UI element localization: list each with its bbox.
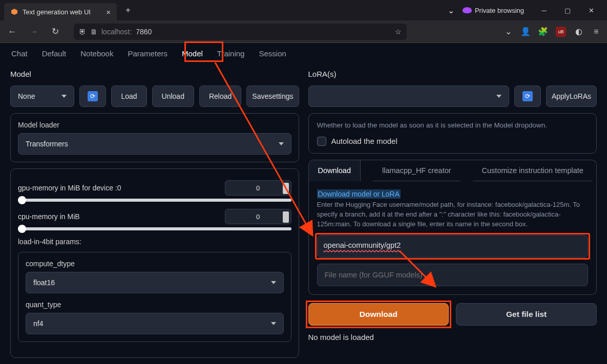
ublock-icon[interactable]: uB: [556, 27, 566, 37]
status-message: No model is loaded: [308, 333, 597, 341]
model-loader-panel: Model loader Transformers: [10, 113, 299, 162]
autoload-checkbox[interactable]: [317, 137, 326, 146]
tab-parameters[interactable]: Parameters: [128, 45, 168, 62]
close-window-button[interactable]: ✕: [579, 0, 603, 20]
subtab-download[interactable]: Download: [309, 160, 361, 181]
fourbit-panel: compute_dtype float16 quant_type nf4: [18, 252, 291, 342]
svg-marker-0: [11, 9, 17, 15]
model-label: Model: [10, 70, 299, 78]
download-panel: Download model or LoRA Enter the Hugging…: [308, 181, 597, 295]
gpu-memory-label: gpu-memory in MiB for device :0: [18, 184, 121, 192]
address-bar[interactable]: ⛨ 🗎 localhost:7860 ☆: [74, 24, 407, 40]
download-title: Download model or LoRA: [317, 189, 401, 199]
mask-icon: [463, 7, 472, 13]
subtab-llamacpp[interactable]: llamacpp_HF creator: [373, 160, 461, 181]
account-icon[interactable]: 👤: [521, 27, 530, 36]
extension-icon[interactable]: ◐: [574, 27, 583, 36]
model-path-input[interactable]: openai-community/gpt2: [317, 235, 589, 258]
save-settings-button[interactable]: Savesettings: [246, 85, 299, 107]
model-loader-dropdown[interactable]: Transformers: [18, 133, 291, 155]
fourbit-label: load-in-4bit params:: [18, 238, 291, 246]
site-info-icon: 🗎: [90, 28, 97, 36]
tab-favicon: [10, 8, 18, 16]
autoload-panel: Whether to load the model as soon as it …: [308, 113, 597, 154]
private-browsing-badge: Private browsing: [463, 7, 524, 14]
get-file-list-button[interactable]: Get file list: [456, 303, 597, 326]
bookmark-star-icon[interactable]: ☆: [395, 28, 402, 36]
autoload-info-text: Whether to load the model as soon as it …: [317, 121, 589, 131]
shield-icon: ⛨: [79, 28, 86, 36]
minimize-button[interactable]: ─: [532, 0, 556, 20]
back-button[interactable]: ←: [4, 24, 20, 40]
download-button[interactable]: Download: [308, 303, 449, 326]
browser-toolbar: ← → ↻ ⛨ 🗎 localhost:7860 ☆ ⌄ 👤 🧩 uB ◐ ≡: [0, 20, 607, 43]
tab-overflow-icon[interactable]: ⌄: [448, 6, 454, 15]
refresh-models-button[interactable]: ⟳: [79, 85, 106, 107]
quant-type-label: quant_type: [26, 301, 284, 309]
tab-notebook[interactable]: Notebook: [80, 45, 113, 62]
compute-dtype-label: compute_dtype: [26, 260, 284, 268]
browser-tab[interactable]: Text generation web UI ×: [4, 3, 117, 20]
maximize-button[interactable]: ▢: [556, 0, 579, 20]
gpu-memory-value[interactable]: 0: [225, 180, 291, 196]
quant-type-dropdown[interactable]: nf4: [26, 313, 284, 334]
cpu-memory-value[interactable]: 0: [225, 209, 291, 224]
url-port: 7860: [136, 28, 152, 36]
cpu-memory-label: cpu-memory in MiB: [18, 212, 80, 221]
filename-input[interactable]: [317, 264, 589, 286]
extensions-icon[interactable]: 🧩: [538, 27, 548, 36]
app-menu-icon[interactable]: ≡: [592, 27, 601, 36]
memory-panel: gpu-memory in MiB for device :0 0 cpu-me…: [10, 168, 299, 358]
new-tab-button[interactable]: +: [121, 3, 135, 17]
app-tab-bar: Chat Default Notebook Parameters Model T…: [0, 43, 607, 63]
tab-session[interactable]: Session: [259, 45, 286, 62]
url-host: localhost:: [101, 28, 132, 36]
close-icon[interactable]: ×: [106, 8, 111, 16]
lora-dropdown[interactable]: [308, 85, 509, 107]
tab-title: Text generation web UI: [23, 8, 91, 16]
compute-dtype-dropdown[interactable]: float16: [26, 272, 284, 293]
tab-default[interactable]: Default: [42, 45, 67, 62]
right-column: LoRA(s) ⟳ ApplyLoRAs Whether to load the…: [308, 70, 597, 358]
download-subtabs: Download llamacpp_HF creator Customize i…: [308, 160, 597, 181]
reload-browser-button[interactable]: ↻: [47, 24, 64, 40]
model-dropdown[interactable]: None: [10, 85, 74, 107]
browser-titlebar: Text generation web UI × + ⌄ Private bro…: [0, 0, 607, 20]
gpu-memory-slider[interactable]: [18, 199, 291, 202]
forward-button[interactable]: →: [26, 24, 42, 40]
pocket-icon[interactable]: ⌄: [504, 27, 513, 36]
reload-button[interactable]: Reload: [199, 85, 241, 107]
cpu-memory-slider[interactable]: [18, 227, 291, 230]
lora-label: LoRA(s): [308, 70, 597, 78]
download-desc: Enter the Hugging Face username/model pa…: [317, 200, 589, 229]
tab-training[interactable]: Training: [217, 45, 245, 62]
unload-button[interactable]: Unload: [152, 85, 194, 107]
refresh-loras-button[interactable]: ⟳: [514, 85, 541, 107]
autoload-label: Autoload the model: [331, 137, 397, 145]
load-button[interactable]: Load: [111, 85, 146, 107]
model-loader-label: Model loader: [18, 121, 291, 129]
left-column: Model None ⟳ Load Unload Reload Savesett…: [10, 70, 299, 358]
tab-model[interactable]: Model: [182, 45, 203, 62]
apply-loras-button[interactable]: ApplyLoRAs: [546, 85, 597, 107]
tab-chat[interactable]: Chat: [11, 45, 28, 62]
subtab-customize[interactable]: Customize instruction template: [473, 160, 593, 181]
